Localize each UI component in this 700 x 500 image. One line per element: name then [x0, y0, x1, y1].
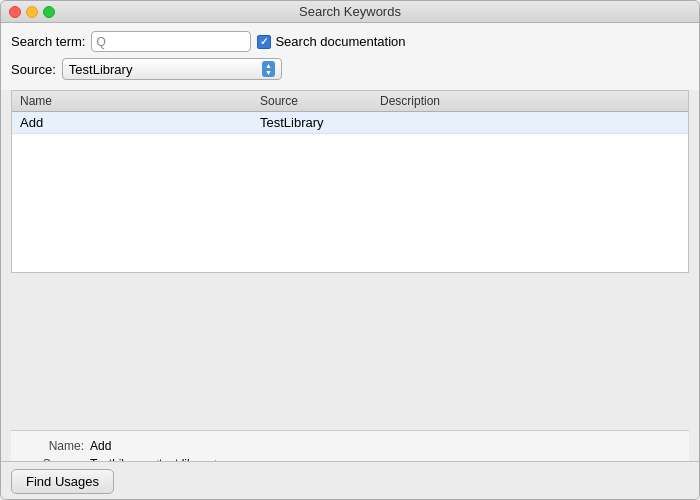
table-row[interactable]: Add TestLibrary [12, 112, 688, 134]
source-label: Source: [11, 62, 56, 77]
search-input[interactable] [108, 34, 238, 49]
source-select-value: TestLibrary [69, 62, 133, 77]
traffic-lights [9, 6, 55, 18]
source-row: Source: TestLibrary ▲ ▼ [11, 58, 689, 80]
up-arrow-icon: ▲ [265, 62, 272, 69]
search-row: Search term: Q Search documentation [11, 31, 689, 52]
find-usages-button[interactable]: Find Usages [11, 469, 114, 494]
detail-name-value: Add [90, 439, 111, 453]
main-content: Search term: Q Search documentation Sour… [1, 23, 699, 500]
table-header: Name Source Description [12, 91, 688, 112]
table-container: Name Source Description Add TestLibrary [11, 90, 689, 273]
search-docs-checkbox-wrap[interactable]: Search documentation [257, 34, 405, 49]
table-section: Name Source Description Add TestLibrary [11, 90, 689, 430]
search-docs-checkbox[interactable] [257, 35, 271, 49]
table-body: Add TestLibrary [12, 112, 688, 272]
column-header-source: Source [252, 94, 372, 108]
search-term-label: Search term: [11, 34, 85, 49]
column-header-description: Description [372, 94, 688, 108]
titlebar: Search Keywords [1, 1, 699, 23]
minimize-button[interactable] [26, 6, 38, 18]
row-source: TestLibrary [252, 114, 372, 131]
upper-section: Search term: Q Search documentation Sour… [1, 23, 699, 90]
row-description [372, 114, 688, 131]
zoom-button[interactable] [43, 6, 55, 18]
detail-name-row: Name: Add [15, 439, 685, 453]
window-title: Search Keywords [299, 4, 401, 19]
source-select-arrows[interactable]: ▲ ▼ [262, 61, 275, 77]
search-icon: Q [96, 35, 105, 49]
row-name: Add [12, 114, 252, 131]
bottom-bar: Find Usages [1, 461, 699, 500]
search-input-wrap: Q [91, 31, 251, 52]
detail-name-key: Name: [15, 439, 90, 453]
source-dropdown[interactable]: TestLibrary ▲ ▼ [62, 58, 282, 80]
column-header-name: Name [12, 94, 252, 108]
search-docs-label: Search documentation [275, 34, 405, 49]
down-arrow-icon: ▼ [265, 69, 272, 76]
close-button[interactable] [9, 6, 21, 18]
